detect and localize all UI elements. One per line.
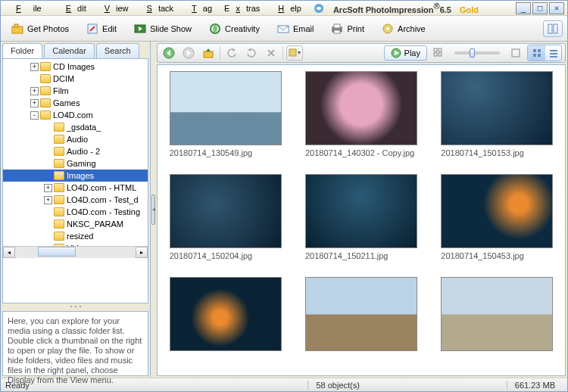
folder-icon <box>54 123 64 132</box>
print-button[interactable]: Print <box>325 19 370 39</box>
up-folder-button[interactable] <box>200 45 217 61</box>
archive-button[interactable]: Archive <box>376 19 431 39</box>
app-logo: ArcSoft PhotoImpression®6.5 Gold <box>314 0 491 16</box>
thumbnail[interactable]: 20180714_140302 - Copy.jpg <box>296 71 426 170</box>
thumbnail-size-slider[interactable] <box>454 51 500 54</box>
back-button[interactable] <box>161 45 177 61</box>
tree-node[interactable]: Images <box>3 170 148 182</box>
display-dropdown[interactable] <box>286 45 303 61</box>
help-text: Here, you can explore for your media usi… <box>2 311 148 376</box>
tree-node[interactable]: +LO4D.com - Test_d <box>3 194 148 206</box>
menu-extras[interactable]: Extras <box>218 2 266 14</box>
tree-node[interactable]: _gsdata_ <box>3 121 148 133</box>
play-button[interactable]: Play <box>384 45 427 61</box>
svg-rect-34 <box>512 49 520 57</box>
scroll-left-button[interactable]: ◂ <box>3 247 15 258</box>
folder-icon <box>54 183 64 192</box>
get-photos-button[interactable]: Get Photos <box>5 19 74 39</box>
expand-icon <box>44 148 52 156</box>
svg-marker-24 <box>233 48 236 51</box>
edit-button[interactable]: Edit <box>80 19 122 39</box>
thumbnail-image <box>170 277 282 351</box>
thumbnail[interactable]: 20180714_150153.jpg <box>432 71 562 170</box>
tab-search[interactable]: Search <box>96 43 139 58</box>
tree-node[interactable]: +Film <box>3 85 148 97</box>
svg-rect-2 <box>14 24 18 27</box>
menu-tag[interactable]: Tag <box>179 2 218 14</box>
large-grid-icon[interactable] <box>507 45 524 61</box>
status-size: 661.23 MB <box>507 381 563 390</box>
expand-icon[interactable]: + <box>44 184 52 192</box>
grid-icon[interactable] <box>430 45 447 61</box>
tree-node[interactable]: +Games <box>3 97 148 109</box>
tab-folder[interactable]: Folder <box>2 43 42 58</box>
tree-node[interactable]: Gaming <box>3 157 148 170</box>
thumbnail[interactable]: 20180714_150453.jpg <box>432 174 562 272</box>
tab-calendar[interactable]: Calendar <box>44 43 95 58</box>
tree-node[interactable]: Audio <box>3 133 148 145</box>
svg-rect-39 <box>550 50 557 51</box>
svg-marker-25 <box>248 48 251 51</box>
tree-node[interactable]: resized <box>3 230 148 242</box>
thumbnail[interactable] <box>296 277 426 375</box>
tree-node[interactable]: Audio - 2 <box>3 145 148 157</box>
thumbnail-area[interactable]: 20180714_130549.jpg20180714_140302 - Cop… <box>157 64 566 376</box>
tree-label: _gsdata_ <box>67 123 101 132</box>
layout-toggle-button[interactable] <box>543 20 563 37</box>
svg-point-16 <box>75 306 76 307</box>
menu-help[interactable]: Help <box>266 2 307 14</box>
tree-hscrollbar[interactable]: ◂ ▸ <box>3 246 148 258</box>
scroll-thumb[interactable] <box>38 247 76 257</box>
svg-marker-23 <box>206 48 211 51</box>
expand-icon[interactable]: + <box>30 63 39 71</box>
left-tabs: Folder Calendar Search <box>1 42 150 58</box>
view-details-button[interactable] <box>545 45 561 61</box>
thumbnail[interactable]: 20180714_150204.jpg <box>161 174 290 272</box>
view-mode-buttons <box>527 45 562 61</box>
close-button[interactable]: ✕ <box>549 2 564 14</box>
rotate-left-button[interactable] <box>223 45 240 61</box>
delete-button[interactable] <box>263 45 279 61</box>
thumbnail-image <box>441 174 553 248</box>
expand-icon[interactable]: + <box>30 87 39 95</box>
menu-edit[interactable]: Edit <box>54 2 92 14</box>
tree-node[interactable]: DCIM <box>3 73 148 85</box>
expand-icon[interactable]: + <box>44 196 52 204</box>
thumbnail[interactable] <box>161 277 290 375</box>
forward-button[interactable] <box>180 45 197 61</box>
email-button[interactable]: Email <box>271 19 320 39</box>
expand-icon[interactable]: + <box>30 99 39 107</box>
tree-node[interactable]: +CD Images <box>3 61 148 73</box>
folder-icon <box>40 74 51 83</box>
expand-icon[interactable]: - <box>30 111 39 120</box>
svg-rect-10 <box>334 30 340 33</box>
folder-icon <box>54 147 64 156</box>
slideshow-button[interactable]: Slide Show <box>128 19 197 39</box>
maximize-button[interactable]: □ <box>532 2 548 14</box>
tree-label: NKSC_PARAM <box>67 219 123 229</box>
right-panel: Play 20180714_130549.jpg20180714_140302 … <box>155 42 567 378</box>
menu-stack[interactable]: Stack <box>135 2 180 14</box>
scroll-right-button[interactable]: ▸ <box>136 247 148 258</box>
rotate-right-button[interactable] <box>243 45 260 61</box>
folder-tree[interactable]: +CD ImagesDCIM+Film+Games-LO4D.com_gsdat… <box>3 59 148 246</box>
minimize-button[interactable]: _ <box>516 2 531 14</box>
thumbnail[interactable]: 20180714_130549.jpg <box>161 71 290 170</box>
tree-node[interactable]: -LO4D.com <box>3 109 148 121</box>
menu-view[interactable]: View <box>92 2 135 14</box>
status-ready: Ready <box>5 381 30 390</box>
folder-icon <box>54 159 64 168</box>
svg-rect-22 <box>204 51 213 58</box>
view-thumbnails-button[interactable] <box>528 45 545 61</box>
thumbnail[interactable]: 20180714_150211.jpg <box>296 174 426 272</box>
folder-icon <box>54 135 64 144</box>
menu-file[interactable]: File <box>4 2 54 14</box>
panel-size-grip[interactable] <box>2 303 148 310</box>
tree-node[interactable]: LO4D.com - Testing <box>3 206 148 218</box>
creativity-button[interactable]: Creativity <box>203 19 265 39</box>
tree-node[interactable]: NKSC_PARAM <box>3 218 148 230</box>
thumbnail[interactable] <box>432 277 562 375</box>
left-panel: Folder Calendar Search +CD ImagesDCIM+Fi… <box>1 42 151 378</box>
svg-rect-41 <box>550 56 557 58</box>
tree-node[interactable]: +LO4D.com - HTML <box>3 182 148 194</box>
